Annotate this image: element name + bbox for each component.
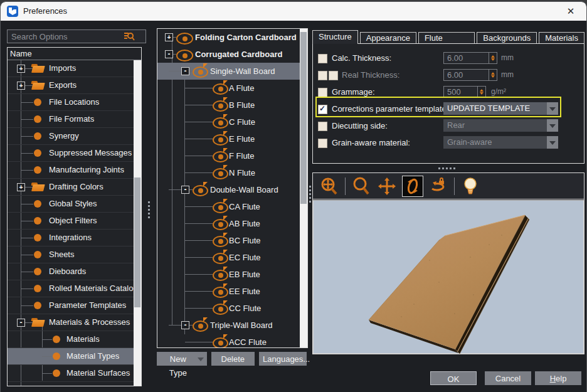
expander-icon[interactable]: -: [181, 186, 189, 194]
tree-item-label: Folding Carton Cardboard: [195, 29, 297, 46]
real-thickness-input[interactable]: 6.00: [443, 69, 489, 81]
horizontal-splitter-handle[interactable]: [438, 166, 455, 170]
diecutting-side-dropdown[interactable]: Rear: [443, 119, 558, 132]
expander-icon[interactable]: +: [17, 82, 25, 90]
help-button[interactable]: Help: [535, 371, 581, 385]
node-icon: [34, 251, 41, 258]
spinner-control[interactable]: [489, 52, 497, 64]
ok-button[interactable]: OK: [430, 371, 477, 385]
corrections-template-checkbox[interactable]: [318, 105, 327, 114]
tree-item-drafting-colors[interactable]: +Drafting Colors: [8, 179, 134, 196]
tree-item-single-wall[interactable]: -Single-Wall Board: [157, 63, 300, 80]
tree-item-global-styles[interactable]: Global Styles: [8, 196, 134, 213]
tree-item-n-flute[interactable]: N Flute: [157, 164, 300, 181]
dropdown-arrow-icon[interactable]: [547, 119, 558, 132]
diecutting-side-checkbox[interactable]: [318, 122, 327, 131]
tree-item-material-types[interactable]: Material Types: [8, 348, 134, 365]
preview-3d-view[interactable]: [313, 200, 584, 354]
field-label: Diecutting side:: [332, 117, 388, 134]
tab-backgrounds[interactable]: Backgrounds: [477, 32, 537, 43]
tree-item-integrations[interactable]: Integrations: [8, 230, 134, 246]
dropdown-arrow-icon[interactable]: [547, 102, 558, 115]
turntable-lock-icon[interactable]: [428, 176, 448, 196]
real-thickness-checkbox-1[interactable]: [318, 71, 327, 80]
tree-item-materials-processes[interactable]: -Materials & Processes: [8, 314, 134, 331]
scrollbar-thumb[interactable]: [134, 177, 140, 308]
left-splitter-handle[interactable]: [147, 201, 151, 218]
tree-item-dieboards[interactable]: Dieboards: [8, 263, 134, 280]
grain-aware-dropdown[interactable]: Grain-aware: [443, 136, 558, 149]
expander-icon[interactable]: +: [165, 33, 173, 41]
rotate-3d-icon[interactable]: [403, 176, 423, 196]
tree-item-imports[interactable]: +Imports: [8, 60, 134, 77]
tree-item-acc-flute[interactable]: ACC Flute: [157, 334, 300, 347]
tree-item-triple-wall[interactable]: -Triple-Wall Board: [157, 317, 300, 334]
tab-structure[interactable]: Structure: [312, 30, 358, 44]
calc-thickness-input[interactable]: 6.00: [443, 52, 489, 64]
spinner-control[interactable]: [477, 86, 486, 98]
expander-icon[interactable]: +: [17, 183, 25, 191]
calc-thickness-checkbox[interactable]: [318, 54, 327, 63]
tree-item-ec-flute[interactable]: EC Flute: [157, 249, 300, 266]
dropdown-arrow-icon[interactable]: [198, 358, 204, 361]
pan-icon[interactable]: [377, 176, 397, 196]
languages-button[interactable]: Languages...: [259, 352, 307, 366]
scrollbar-thumb[interactable]: [300, 32, 307, 204]
tree-item-eb-flute[interactable]: EB Flute: [157, 266, 300, 283]
modified-flag-icon: [203, 63, 208, 68]
search-filter-icon[interactable]: [124, 32, 135, 41]
expander-icon[interactable]: -: [165, 50, 173, 58]
tree-item-bc-flute[interactable]: BC Flute: [157, 232, 300, 249]
tree-item-a-flute[interactable]: A Flute: [157, 80, 300, 97]
tree-item-folding-carton[interactable]: +Folding Carton Cardboard: [157, 29, 300, 46]
tree-item-e-flute[interactable]: E Flute: [157, 130, 300, 147]
tree-item-suppressed-messages[interactable]: Suppressed Messages: [8, 145, 134, 162]
tree-item-materials[interactable]: Materials: [8, 331, 134, 348]
middle-scrollbar[interactable]: [300, 29, 307, 347]
tree-item-parameter-templates[interactable]: Parameter Templates: [8, 297, 134, 314]
tree-item-file-formats[interactable]: File Formats: [8, 111, 134, 128]
expander-icon[interactable]: -: [181, 67, 189, 75]
new-type-button[interactable]: New Type: [157, 352, 207, 366]
grammage-checkbox[interactable]: [318, 88, 327, 97]
tree-item-ab-flute[interactable]: AB Flute: [157, 215, 300, 232]
dropdown-arrow-icon[interactable]: [547, 136, 558, 149]
tree-item-f-flute[interactable]: F Flute: [157, 147, 300, 164]
cancel-button[interactable]: Cancel: [485, 371, 531, 385]
tree-item-file-locations[interactable]: File Locations: [8, 94, 134, 111]
delete-button[interactable]: Delete: [211, 352, 255, 366]
close-icon[interactable]: ✕: [564, 4, 578, 18]
zoom-extents-icon[interactable]: [319, 176, 339, 196]
grain-aware-row: Grain-aware material: Grain-aware: [313, 134, 584, 151]
tree-item-synergy[interactable]: Synergy: [8, 128, 134, 145]
tree-item-cc-flute[interactable]: CC Flute: [157, 300, 300, 317]
left-scrollbar[interactable]: [134, 60, 141, 386]
tree-item-label: Material Types: [66, 348, 119, 364]
tab-appearance[interactable]: Appearance: [360, 32, 416, 43]
light-bulb-icon[interactable]: [460, 176, 480, 196]
expander-icon[interactable]: -: [17, 319, 25, 327]
tree-item-exports[interactable]: +Exports: [8, 77, 134, 94]
tree-item-b-flute[interactable]: B Flute: [157, 97, 300, 114]
grain-aware-checkbox[interactable]: [318, 139, 327, 148]
expander-icon[interactable]: +: [17, 65, 25, 73]
tree-item-corrugated[interactable]: -Corrugated Cardboard: [157, 46, 300, 63]
tree-item-c-flute[interactable]: C Flute: [157, 114, 300, 130]
tree-item-material-surfaces[interactable]: Material Surfaces: [8, 365, 134, 382]
tree-item-sheets[interactable]: Sheets: [8, 246, 134, 263]
tree-item-ee-flute[interactable]: EE Flute: [157, 283, 300, 300]
corrections-template-dropdown[interactable]: UPDATED TEMPLATE: [443, 102, 558, 115]
tree-item-ca-flute[interactable]: CA Flute: [157, 198, 300, 215]
right-splitter-handle[interactable]: [308, 186, 312, 203]
grammage-input[interactable]: 500: [443, 86, 478, 98]
tree-item-double-wall[interactable]: -Double-Wall Board: [157, 181, 300, 198]
tab-materials[interactable]: Materials: [539, 32, 584, 43]
expander-icon[interactable]: -: [181, 321, 189, 329]
zoom-icon[interactable]: [351, 176, 371, 196]
real-thickness-checkbox-2[interactable]: [329, 71, 338, 80]
tab-flute-symbols[interactable]: Flute Symbols: [418, 32, 475, 43]
spinner-control[interactable]: [489, 69, 497, 81]
tree-item-object-filters[interactable]: Object Filters: [8, 213, 134, 230]
tree-item-manufacturing-joints[interactable]: Manufacturing Joints: [8, 162, 134, 179]
tree-item-rolled-materials-catalog[interactable]: Rolled Materials Catalog: [8, 280, 134, 297]
